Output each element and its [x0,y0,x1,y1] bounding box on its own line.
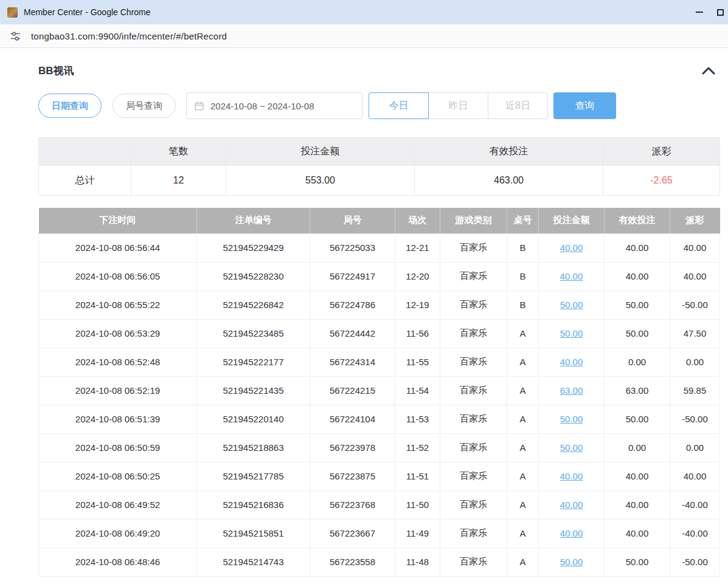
bet-amount-cell: 40.00 [539,462,605,490]
table-row: 2024-10-08 06:48:46 521945214743 5672235… [39,548,720,576]
summary-count-value: 12 [131,166,226,196]
yesterday-button[interactable]: 昨日 [428,92,488,119]
table-row: 2024-10-08 06:50:59 521945218863 5672239… [39,433,720,462]
bet-amount-link[interactable]: 40.00 [560,357,583,367]
game-type-cell: 百家乐 [440,233,507,262]
bet-amount-link[interactable]: 50.00 [560,557,583,567]
game-type-cell: 百家乐 [440,262,507,290]
game-type-cell: 百家乐 [440,376,507,405]
summary-bet-amount-value: 553.00 [226,166,415,196]
table-number-cell: A [507,462,539,490]
round-number-cell: 567223667 [310,519,395,548]
valid-bet-cell: 0.00 [605,433,670,462]
bet-id-cell: 521945223485 [197,319,310,348]
round-number-cell: 567224917 [310,262,395,290]
bet-id-cell: 521945228230 [197,262,310,290]
page-title: BB视讯 [38,64,74,78]
bet-amount-link[interactable]: 40.00 [560,242,583,253]
bet-amount-link[interactable]: 50.00 [560,442,583,453]
payout-cell: 40.00 [670,262,720,290]
site-settings-icon[interactable] [10,30,21,42]
payout-cell: 40.00 [670,462,720,490]
bet-amount-link[interactable]: 50.00 [560,414,583,424]
valid-bet-cell: 40.00 [605,262,670,290]
round-number-cell: 567224215 [310,376,395,405]
summary-valid-bet-value: 463.00 [415,166,603,196]
valid-bet-cell: 40.00 [605,490,670,519]
quick-range-group: 今日 昨日 近8日 [369,92,548,119]
game-type-cell: 百家乐 [440,433,507,462]
date-query-tab[interactable]: 日期查询 [38,94,102,118]
summary-header-payout: 派彩 [603,138,720,166]
maximize-button[interactable] [713,0,728,24]
bet-amount-cell: 50.00 [539,319,605,348]
bet-id-cell: 521945215851 [197,519,310,548]
bet-amount-link[interactable]: 40.00 [560,528,583,538]
bet-time-cell: 2024-10-08 06:48:46 [39,548,197,576]
summary-header-empty [39,138,131,166]
summary-row-label: 总计 [39,166,131,196]
game-type-cell: 百家乐 [440,319,507,348]
date-range-picker[interactable]: 2024-10-08 ~ 2024-10-08 [186,92,362,119]
round-number-cell: 567225033 [310,233,395,262]
filter-toolbar: 日期查询 局号查询 2024-10-08 ~ 2024-10-08 今日 昨日 … [38,92,719,119]
bet-amount-cell: 40.00 [539,262,605,290]
bet-amount-link[interactable]: 63.00 [560,385,583,396]
minimize-button[interactable] [685,0,713,24]
table-row: 2024-10-08 06:52:48 521945222177 5672243… [39,348,720,376]
bet-id-cell: 521945226842 [197,290,310,319]
browser-urlbar: tongbao31.com:9900/infe/mcenter/#/betRec… [0,24,728,48]
table-number-cell: A [507,548,539,576]
round-number-cell: 567223875 [310,462,395,490]
bet-id-cell: 521945222177 [197,348,310,376]
section-collapse-button[interactable] [698,65,719,77]
today-button[interactable]: 今日 [369,92,429,119]
search-button[interactable]: 查询 [553,92,616,119]
col-header-bet-amount: 投注金额 [539,208,605,233]
bet-amount-link[interactable]: 50.00 [560,328,583,338]
bet-id-cell: 521945221435 [197,376,310,405]
round-query-tab[interactable]: 局号查询 [113,94,176,118]
bet-amount-link[interactable]: 40.00 [560,271,583,281]
last-8-days-button[interactable]: 近8日 [488,92,548,119]
chevron-up-icon [701,68,716,77]
game-type-cell: 百家乐 [440,405,507,433]
round-number-cell: 567224786 [310,290,395,319]
bet-time-cell: 2024-10-08 06:51:39 [39,405,197,433]
payout-cell: 0.00 [670,348,720,376]
url-text[interactable]: tongbao31.com:9900/infe/mcenter/#/betRec… [31,31,227,41]
table-number-cell: B [507,290,539,319]
game-type-cell: 百家乐 [440,348,507,376]
bet-amount-link[interactable]: 40.00 [560,471,583,481]
table-header-row: 下注时间 注单编号 局号 场次 游戏类别 桌号 投注金额 有效投注 派彩 [39,208,720,233]
round-number-cell: 567223768 [310,490,395,519]
col-header-bet-id: 注单编号 [197,208,310,233]
payout-cell: -50.00 [670,290,720,319]
game-type-cell: 百家乐 [440,290,507,319]
session-cell: 11-53 [395,405,440,433]
bet-id-cell: 521945229429 [197,233,310,262]
session-cell: 11-54 [395,376,440,405]
bet-amount-link[interactable]: 50.00 [560,300,583,310]
session-cell: 11-55 [395,348,440,376]
table-row: 2024-10-08 06:52:19 521945221435 5672242… [39,376,720,405]
session-cell: 11-52 [395,433,440,462]
window-titlebar: Member Center - Google Chrome [0,0,728,24]
bet-record-table: 下注时间 注单编号 局号 场次 游戏类别 桌号 投注金额 有效投注 派彩 202… [38,208,720,577]
table-number-cell: B [507,233,539,262]
summary-header-count: 笔数 [131,138,226,166]
valid-bet-cell: 40.00 [605,233,670,262]
session-cell: 11-56 [395,319,440,348]
table-number-cell: A [507,433,539,462]
table-row: 2024-10-08 06:51:39 521945220140 5672241… [39,405,720,433]
section-header: BB视讯 [38,64,719,78]
bet-id-cell: 521945218863 [197,433,310,462]
bet-amount-cell: 50.00 [539,433,605,462]
page-content: BB视讯 日期查询 局号查询 [0,48,728,577]
table-row: 2024-10-08 06:49:52 521945216836 5672237… [39,490,720,519]
bet-time-cell: 2024-10-08 06:52:48 [39,348,197,376]
minimize-icon [696,12,703,13]
summary-payout-value: -2.65 [603,166,720,196]
bet-amount-link[interactable]: 40.00 [560,500,583,510]
col-header-payout: 派彩 [670,208,720,233]
